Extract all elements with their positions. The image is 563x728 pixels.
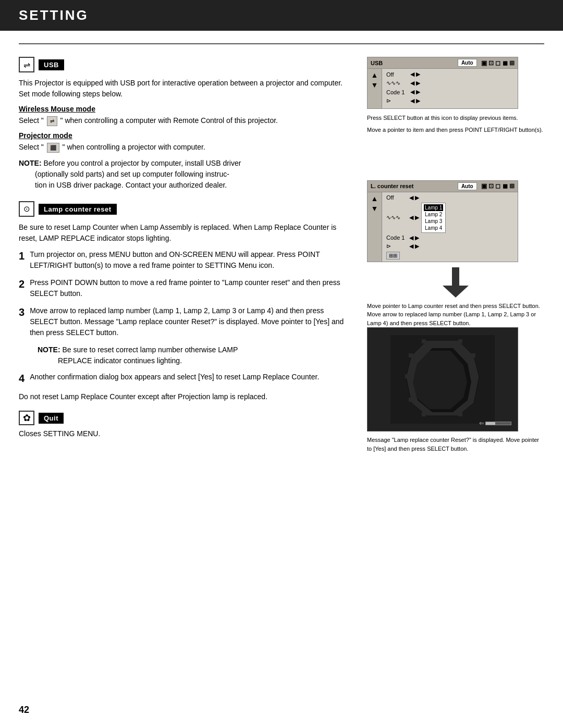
- lamp-panel-main: Off ◀ ▶ ∿∿∿ ◀ ▶ Lamp 1 Lamp 2 Lamp 3 Lam…: [382, 192, 518, 262]
- usb-description: This Projector is equipped with USB port…: [19, 78, 350, 100]
- quit-section: ✿ Quit Closes SETTING MENU.: [19, 411, 350, 439]
- lamp-wave-label: ∿∿∿: [386, 214, 407, 221]
- lamp-label: Lamp counter reset: [39, 204, 117, 215]
- projection-image-inner: ⇐: [368, 328, 518, 431]
- lamp-panel-sidebar: ▲ ▼: [368, 192, 382, 262]
- usb-row-code1: Code 1 ◀ ▶: [386, 89, 513, 95]
- usb-panel-header: USB Auto ▣ ⊡ ◻ ◼ ⊞: [368, 57, 518, 69]
- step-2-num: 2: [19, 277, 25, 299]
- step-1-text: Turn projector on, press MENU button and…: [30, 249, 350, 271]
- lamp-bottom-icons: ⊞⊞: [386, 252, 513, 260]
- svg-rect-0: [452, 267, 459, 286]
- usb-label: USB: [39, 59, 64, 70]
- usb-section-header: ⇌ USB: [19, 57, 350, 72]
- wireless-mouse-title: Wireless Mouse mode: [19, 105, 350, 113]
- proj-mode-icon: ⬛: [47, 143, 59, 153]
- quit-icon: ✿: [23, 412, 31, 424]
- lamp-row-wave: ∿∿∿ ◀ ▶ Lamp 1 Lamp 2 Lamp 3 Lamp 4: [386, 203, 513, 233]
- svg-rect-7: [458, 339, 462, 343]
- lamp-panel-body: ▲ ▼ Off ◀ ▶ ∿∿∿ ◀ ▶ Lamp 1 Lamp 2 La: [368, 192, 518, 262]
- lamp-play-ctrl: ◀ ▶: [409, 243, 419, 250]
- lamp-auto-badge: Auto: [458, 182, 477, 190]
- step-3: 3 Move arrow to replaced lamp number (La…: [19, 305, 350, 338]
- usb-icon: ⇌: [23, 60, 30, 70]
- content-area: ⇌ USB This Projector is equipped with US…: [0, 57, 563, 453]
- usb-off-ctrl: ◀ ▶: [410, 71, 420, 78]
- svg-rect-8: [471, 353, 475, 357]
- usb-play-label: ⊳: [386, 97, 407, 104]
- page-title: SETTING: [19, 7, 544, 23]
- spacer-1: [367, 139, 544, 180]
- lamp-opt-1[interactable]: Lamp 1: [424, 204, 443, 211]
- page-number: 42: [19, 705, 29, 715]
- usb-up-arrow[interactable]: ▲: [371, 71, 378, 79]
- proj-scroll-arrow: ⇐: [479, 419, 484, 427]
- proj-scroll-area: ⇐: [479, 419, 511, 427]
- usb-row-wave: ∿∿∿ ◀ ▶: [386, 80, 513, 87]
- usb-code1-label: Code 1: [386, 89, 407, 95]
- wireless-mouse-text: Select " ⇌ " when controlling a computer…: [19, 115, 350, 126]
- lamp-grid-icon: ⊞⊞: [386, 252, 400, 260]
- usb-play-ctrl: ◀ ▶: [410, 97, 420, 104]
- step-3-num: 3: [19, 305, 25, 338]
- step-1-num: 1: [19, 249, 25, 271]
- step-3-text: Move arrow to replaced lamp number (Lamp…: [30, 305, 350, 338]
- lamp-callout: Move pointer to Lamp counter reset and t…: [367, 302, 544, 328]
- lamp-code1-ctrl: ◀ ▶: [409, 235, 419, 241]
- lamp-off-ctrl: ◀ ▶: [409, 194, 419, 201]
- arrow-down-indicator: [367, 267, 544, 299]
- header-divider: [19, 43, 544, 44]
- lamp-opt-4[interactable]: Lamp 4: [424, 225, 443, 231]
- lamp-panel-header: L. counter reset Auto ▣ ⊡ ◻ ◼ ⊞: [368, 181, 518, 192]
- note-3: NOTE: Be sure to reset correct lamp numb…: [38, 344, 350, 366]
- lamp-opt-2[interactable]: Lamp 2: [424, 211, 443, 218]
- step-2: 2 Press POINT DOWN button to move a red …: [19, 277, 350, 299]
- usb-off-label: Off: [386, 71, 407, 78]
- usb-callout-top: Press SELECT button at this icon to disp…: [367, 114, 544, 122]
- lamp-panel-title: L. counter reset: [371, 183, 414, 189]
- lamp-wave-ctrl: ◀ ▶: [409, 214, 419, 221]
- usb-note: NOTE: Before you control a projector by …: [19, 158, 350, 191]
- usb-panel: USB Auto ▣ ⊡ ◻ ◼ ⊞ ▲ ▼ Off ◀ ▶ ∿∿∿: [367, 57, 518, 109]
- step-1: 1 Turn projector on, press MENU button a…: [19, 249, 350, 271]
- usb-callout-bottom: Move a pointer to item and then press PO…: [367, 126, 544, 134]
- left-column: ⇌ USB This Projector is equipped with US…: [19, 57, 350, 453]
- lamp-opt-3[interactable]: Lamp 3: [424, 218, 443, 225]
- lamp-panel-icons: ▣ ⊡ ◻ ◼ ⊞: [481, 182, 515, 190]
- page-header: SETTING: [0, 0, 563, 31]
- quit-header: ✿ Quit: [19, 411, 350, 425]
- svg-rect-15: [409, 353, 413, 357]
- usb-icon-box: ⇌: [19, 57, 34, 72]
- lamp-row-code1: Code 1 ◀ ▶: [386, 235, 513, 241]
- lamp-options: Lamp 1 Lamp 2 Lamp 3 Lamp 4: [421, 203, 446, 233]
- lamp-up-arrow[interactable]: ▲: [371, 194, 378, 203]
- svg-rect-10: [470, 398, 474, 402]
- lamp-row-off: Off ◀ ▶: [386, 194, 513, 201]
- step-4-text: Another confirmation dialog box appears …: [30, 372, 350, 385]
- svg-rect-12: [422, 412, 426, 416]
- usb-auto-badge: Auto: [458, 59, 477, 67]
- usb-panel-title: USB: [371, 60, 383, 66]
- svg-rect-14: [405, 374, 409, 378]
- lamp-section-header: ⊙ Lamp counter reset: [19, 201, 350, 217]
- quit-label: Quit: [39, 413, 64, 424]
- quit-description: Closes SETTING MENU.: [19, 428, 350, 439]
- lamp-description: Be sure to reset Lamp Counter when Lamp …: [19, 222, 350, 244]
- step-2-text: Press POINT DOWN button to move a red fr…: [30, 277, 350, 299]
- usb-panel-sidebar: ▲ ▼: [368, 69, 382, 108]
- usb-panel-icons: ▣ ⊡ ◻ ◼ ⊞: [481, 59, 515, 67]
- usb-panel-body: ▲ ▼ Off ◀ ▶ ∿∿∿ ◀ ▶ Code 1 ◀ ▶: [368, 69, 518, 108]
- lamp-row-play: ⊳ ◀ ▶: [386, 243, 513, 250]
- usb-down-arrow[interactable]: ▼: [371, 81, 378, 89]
- lamp-down-arrow[interactable]: ▼: [371, 204, 378, 213]
- step-4: 4 Another confirmation dialog box appear…: [19, 372, 350, 385]
- proj-callout: Message "Lamp replace counter Reset?" is…: [367, 436, 544, 453]
- usb-panel-main: Off ◀ ▶ ∿∿∿ ◀ ▶ Code 1 ◀ ▶ ⊳ ◀ ▶: [382, 69, 518, 108]
- usb-row-play: ⊳ ◀ ▶: [386, 97, 513, 104]
- lamp-off-label: Off: [386, 194, 407, 201]
- step-4-num: 4: [19, 372, 25, 385]
- usb-row-off: Off ◀ ▶: [386, 71, 513, 78]
- svg-rect-9: [474, 374, 478, 378]
- quit-icon-box: ✿: [19, 411, 34, 425]
- proj-scroll-thumb: [486, 422, 495, 425]
